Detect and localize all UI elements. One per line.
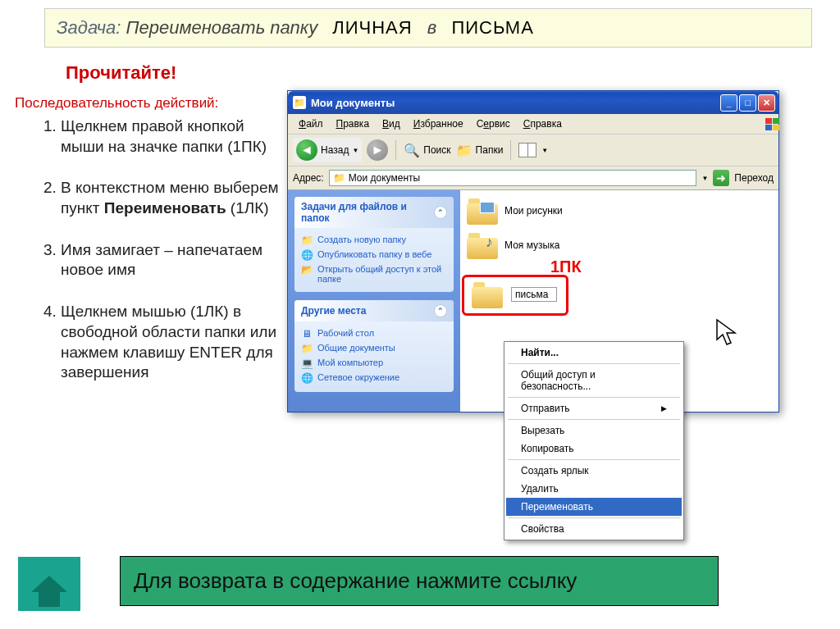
separator <box>508 459 680 460</box>
read-heading: Прочитайте! <box>66 62 840 84</box>
address-bar: Адрес: 📁 Мои документы ▼ ➜ Переход <box>288 166 778 190</box>
minimize-button[interactable]: _ <box>720 94 737 112</box>
ctx-send[interactable]: Отправить▶ <box>506 399 682 417</box>
task-new-folder[interactable]: 📁Создать новую папку <box>301 233 447 248</box>
ctx-copy[interactable]: Копировать <box>506 440 682 458</box>
menu-view[interactable]: Вид <box>377 116 406 131</box>
folder-icon: 📁 <box>301 343 313 354</box>
windows-flag-icon <box>759 116 775 130</box>
computer-icon: 💻 <box>301 358 313 369</box>
address-input[interactable]: 📁 Мои документы <box>329 170 697 186</box>
home-icon <box>31 576 67 592</box>
menu-help[interactable]: Справка <box>518 116 568 131</box>
menu-file[interactable]: Файл <box>293 116 329 131</box>
ctx-share[interactable]: Общий доступ и безопасность... <box>506 366 682 395</box>
folder-icon: 📁 <box>293 96 306 109</box>
place-network[interactable]: 🌐Сетевое окружение <box>301 371 447 385</box>
task-share[interactable]: 📂Открыть общий доступ к этой папке <box>301 262 447 285</box>
task-text: Переименовать папку <box>126 17 318 38</box>
share-icon: 📂 <box>301 264 313 276</box>
place-computer[interactable]: 💻Мой компьютер <box>301 356 447 371</box>
globe-icon: 🌐 <box>301 249 313 261</box>
instructions-list: Щелкнем правой кнопкой мыши на значке па… <box>41 116 279 383</box>
back-button[interactable]: ◄ Назад ▼ <box>293 138 362 162</box>
task-to: ПИСЬМА <box>451 17 533 38</box>
step-3: Имя замигает – напечатаем новое имя <box>61 240 279 280</box>
separator <box>510 140 511 160</box>
separator <box>508 419 680 420</box>
menu-tools[interactable]: Сервис <box>471 116 516 131</box>
separator <box>508 517 680 518</box>
home-button[interactable] <box>18 557 80 611</box>
address-label: Адрес: <box>293 172 324 184</box>
chevron-up-icon: ⌃ <box>434 304 447 317</box>
step-1: Щелкнем правой кнопкой мыши на значке па… <box>61 116 279 157</box>
ctx-cut[interactable]: Вырезать <box>506 422 682 440</box>
ctx-shortcut[interactable]: Создать ярлык <box>506 462 682 480</box>
task-bar: Задача: Переименовать папку ЛИЧНАЯ в ПИС… <box>44 8 812 48</box>
tasks-header[interactable]: Задачи для файлов и папок ⌃ <box>294 197 454 228</box>
places-header[interactable]: Другие места ⌃ <box>294 300 454 321</box>
back-icon: ◄ <box>296 139 317 161</box>
side-panel: Задачи для файлов и папок ⌃ 📁Создать нов… <box>288 190 460 412</box>
task-from: ЛИЧНАЯ <box>332 17 412 38</box>
search-icon: 🔍 <box>404 143 418 157</box>
search-button[interactable]: Поиск <box>423 144 450 156</box>
menubar: Файл Правка Вид Избранное Сервис Справка <box>288 114 778 134</box>
new-folder-icon: 📁 <box>301 235 313 246</box>
task-label: Задача: <box>57 17 121 38</box>
task-publish[interactable]: 🌐Опубликовать папку в вебе <box>301 248 447 262</box>
menu-favorites[interactable]: Избранное <box>408 116 469 131</box>
views-button[interactable] <box>518 143 536 157</box>
desktop-icon: 🖥 <box>301 328 313 340</box>
place-shared[interactable]: 📁Общие документы <box>301 341 447 356</box>
ctx-find[interactable]: Найти... <box>506 344 682 362</box>
ctx-delete[interactable]: Удалить <box>506 480 682 498</box>
folder-my-music[interactable]: Моя музыка <box>467 231 772 259</box>
window-title: Мои документы <box>311 97 720 109</box>
music-folder-icon <box>467 231 498 259</box>
svg-rect-0 <box>765 118 772 124</box>
go-button[interactable]: Переход <box>734 172 774 184</box>
folder-my-pictures[interactable]: Мои рисунки <box>467 197 772 225</box>
folders-button[interactable]: Папки <box>476 144 504 156</box>
close-button[interactable]: ✕ <box>758 94 775 112</box>
ctx-properties[interactable]: Свойства <box>506 520 682 538</box>
letters-folder-icon <box>472 280 503 308</box>
go-icon: ➜ <box>713 170 729 186</box>
ctx-rename[interactable]: Переименовать <box>506 498 682 516</box>
highlight-label: 1ПК <box>550 258 582 276</box>
address-value: Мои документы <box>349 172 420 184</box>
toolbar: ◄ Назад ▼ ► 🔍 Поиск 📁 Папки ▼ <box>288 134 778 166</box>
folder-letters[interactable] <box>472 280 557 308</box>
maximize-button[interactable]: □ <box>739 94 756 112</box>
tasks-box: Задачи для файлов и папок ⌃ 📁Создать нов… <box>294 197 454 292</box>
chevron-up-icon: ⌃ <box>434 206 447 219</box>
folders-icon: 📁 <box>456 143 471 157</box>
address-folder-icon: 📁 <box>333 172 345 184</box>
places-box: Другие места ⌃ 🖥Рабочий стол 📁Общие доку… <box>294 300 454 392</box>
place-desktop[interactable]: 🖥Рабочий стол <box>301 326 447 341</box>
network-icon: 🌐 <box>301 372 313 384</box>
separator <box>508 363 680 364</box>
step-4: Щелкнем мышью (1ЛК) в свободной области … <box>61 302 279 383</box>
separator <box>508 397 680 398</box>
cursor-icon <box>715 318 738 354</box>
menu-edit[interactable]: Правка <box>331 116 376 131</box>
titlebar[interactable]: 📁 Мои документы _ □ ✕ <box>288 91 778 114</box>
pictures-folder-icon <box>467 197 498 225</box>
svg-rect-3 <box>773 125 779 130</box>
step-2: В контекстном меню выберем пункт Переиме… <box>61 178 279 218</box>
return-link-box[interactable]: Для возврата в содержание нажмите ссылку <box>120 556 719 606</box>
svg-rect-2 <box>765 125 772 130</box>
separator <box>395 140 396 160</box>
svg-rect-1 <box>773 118 779 124</box>
rename-input[interactable] <box>511 287 557 302</box>
context-menu: Найти... Общий доступ и безопасность... … <box>504 341 684 540</box>
task-mid: в <box>427 17 436 38</box>
forward-button[interactable]: ► <box>367 139 388 161</box>
arrow-right-icon: ▶ <box>661 404 667 412</box>
